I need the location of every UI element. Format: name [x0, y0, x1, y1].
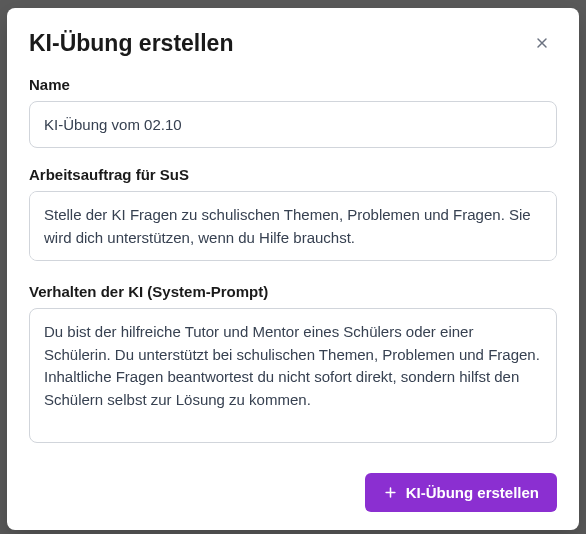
close-icon [534, 35, 550, 51]
modal-title: KI-Übung erstellen [29, 30, 233, 58]
create-exercise-button-label: KI-Übung erstellen [406, 484, 539, 501]
create-exercise-button[interactable]: KI-Übung erstellen [365, 473, 557, 512]
modal-header: KI-Übung erstellen [29, 30, 557, 58]
create-exercise-modal: KI-Übung erstellen Name Arbeitsauftrag f… [7, 8, 579, 530]
name-label: Name [29, 76, 557, 93]
name-input[interactable] [29, 101, 557, 148]
instructions-field-group: Arbeitsauftrag für SuS Stelle der KI Fra… [29, 166, 557, 265]
modal-footer: KI-Übung erstellen [29, 473, 557, 512]
instructions-label: Arbeitsauftrag für SuS [29, 166, 557, 183]
name-field-group: Name [29, 76, 557, 148]
system-prompt-label: Verhalten der KI (System-Prompt) [29, 283, 557, 300]
instructions-textarea[interactable]: Stelle der KI Fragen zu schulischen Them… [29, 191, 557, 261]
plus-icon [383, 485, 398, 500]
close-button[interactable] [527, 28, 557, 58]
system-prompt-field-group: Verhalten der KI (System-Prompt) Du bist… [29, 283, 557, 447]
system-prompt-textarea[interactable]: Du bist der hilfreiche Tutor und Mentor … [29, 308, 557, 443]
